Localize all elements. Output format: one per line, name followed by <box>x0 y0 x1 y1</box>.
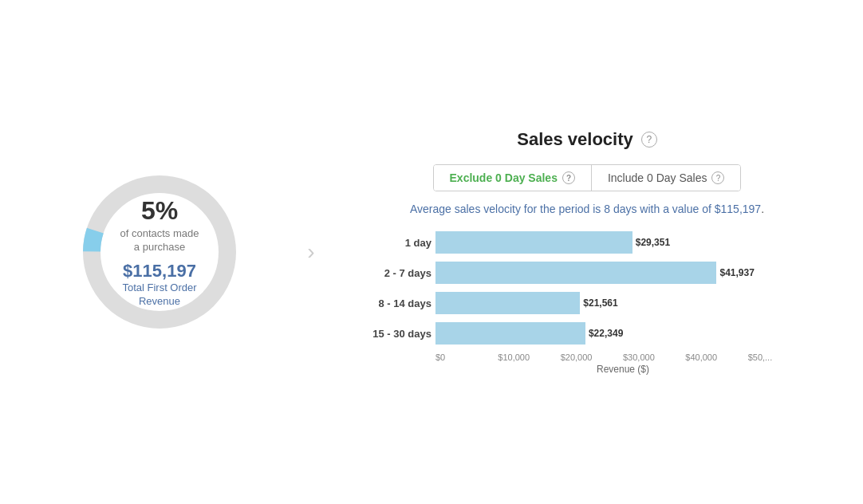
include-help-icon[interactable]: ? <box>711 171 724 184</box>
right-panel: Sales velocity ? Exclude 0 Day Sales ? I… <box>335 129 831 375</box>
bar-track: $22,349 <box>435 322 770 345</box>
bar-value-label: $21,561 <box>583 297 617 309</box>
donut-rev-label: Total First OrderRevenue <box>104 282 215 309</box>
donut-percent: 5% <box>104 196 215 226</box>
toggle-row: Exclude 0 Day Sales ? Include 0 Day Sale… <box>433 164 742 191</box>
x-tick: $30,000 <box>623 352 685 362</box>
title-row: Sales velocity ? <box>517 129 657 150</box>
bar-label: 1 day <box>364 237 432 249</box>
include-0-day-button[interactable]: Include 0 Day Sales ? <box>591 165 741 191</box>
x-tick: $0 <box>435 352 498 362</box>
bar-label: 2 - 7 days <box>364 267 432 279</box>
bar-track: $21,561 <box>435 292 770 314</box>
bar-label: 8 - 14 days <box>364 297 432 309</box>
bar-chart-wrapper: 1 day$29,3512 - 7 days$41,9378 - 14 days… <box>364 231 810 362</box>
chart-title: Sales velocity <box>517 129 633 150</box>
subtitle-prefix: Average sales velocity for the period is… <box>410 203 715 215</box>
bar-value-label: $29,351 <box>636 237 670 248</box>
x-tick: $10,000 <box>498 352 560 362</box>
x-tick: $20,000 <box>561 352 623 362</box>
x-axis-ticks: $0$10,000$20,000$30,000$40,000$50,... <box>435 352 810 362</box>
bar-track: $41,937 <box>435 262 770 284</box>
bar-fill <box>435 292 580 314</box>
exclude-0-day-label: Exclude 0 Day Sales <box>450 171 558 184</box>
x-axis-label: Revenue ($) <box>525 364 649 375</box>
subtitle-value: $115,197 <box>715 203 761 215</box>
bar-fill <box>435 262 716 284</box>
left-panel: 5% of contacts madea purchase $115,197 T… <box>32 164 287 340</box>
bar-fill <box>435 322 585 345</box>
bar-value-label: $41,937 <box>719 267 754 278</box>
bar-row: 15 - 30 days$22,349 <box>435 322 810 345</box>
title-help-icon[interactable]: ? <box>641 132 657 148</box>
bar-chart: 1 day$29,3512 - 7 days$41,9378 - 14 days… <box>364 231 810 362</box>
donut-revenue: $115,197 <box>104 261 215 282</box>
donut-label: of contacts madea purchase <box>104 227 215 254</box>
bar-fill <box>435 231 632 254</box>
subtitle: Average sales velocity for the period is… <box>410 203 764 215</box>
arrow-panel: › <box>287 239 335 265</box>
donut-chart: 5% of contacts madea purchase $115,197 T… <box>72 164 247 340</box>
right-arrow-icon: › <box>307 239 314 265</box>
include-0-day-label: Include 0 Day Sales <box>608 171 707 184</box>
donut-center: 5% of contacts madea purchase $115,197 T… <box>104 196 215 309</box>
x-tick: $40,000 <box>685 352 747 362</box>
exclude-0-day-button[interactable]: Exclude 0 Day Sales ? <box>434 165 591 191</box>
bar-track: $29,351 <box>435 231 770 254</box>
bar-label: 15 - 30 days <box>364 328 432 340</box>
exclude-help-icon[interactable]: ? <box>562 171 575 184</box>
x-tick: $50,... <box>748 352 810 362</box>
bar-row: 2 - 7 days$41,937 <box>435 262 810 284</box>
bar-row: 8 - 14 days$21,561 <box>435 292 810 314</box>
bar-value-label: $22,349 <box>589 328 623 339</box>
bar-row: 1 day$29,351 <box>435 231 810 254</box>
